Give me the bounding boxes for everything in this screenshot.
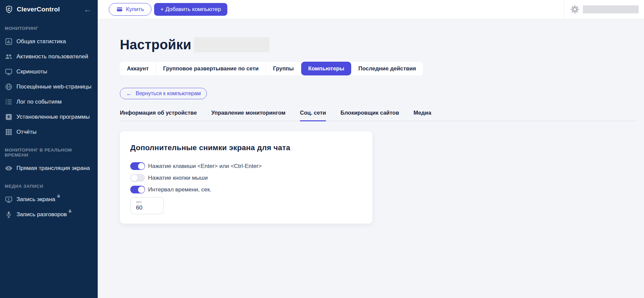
toggle-mouse-click[interactable]	[130, 174, 145, 182]
toggle-label: Нажатие кнопки мыши	[148, 175, 208, 181]
redacted-computer-name	[194, 37, 269, 52]
interval-input-label: sec	[136, 200, 163, 204]
tab-group-deployment[interactable]: Групповое развертывание по сети	[156, 62, 266, 75]
settings-tabbar: Аккаунт Групповое развертывание по сети …	[120, 62, 423, 75]
card-title: Дополнительные снимки экрана для чата	[130, 143, 362, 152]
installed-apps-icon	[5, 113, 13, 121]
lock-icon	[68, 208, 72, 215]
sidebar-item-general-stats[interactable]: Общая статистика	[0, 34, 98, 49]
sidebar-item-label: Скриншоты	[16, 68, 47, 75]
topbar-account-area	[564, 0, 644, 19]
sidebar-item-installed-programs[interactable]: Установленные программы	[0, 109, 98, 124]
sidebar: CleverControl ← МОНИТОРИНГ Общая статист…	[0, 0, 98, 298]
sidebar-item-label: Лог по событиям	[16, 99, 62, 105]
interval-input-value: 60	[136, 204, 163, 211]
subtab-monitoring-management[interactable]: Управление мониторингом	[211, 110, 285, 121]
sidebar-section-media: МЕДИА ЗАПИСИ	[0, 184, 98, 189]
sidebar-item-live-screen[interactable]: Прямая трансляция экрана	[0, 161, 98, 176]
tab-computers[interactable]: Компьютеры	[301, 62, 351, 75]
page-title: Настройки	[120, 37, 191, 53]
toggle-knob	[131, 175, 138, 181]
subtab-device-info[interactable]: Информация об устройстве	[120, 110, 197, 121]
tab-groups[interactable]: Группы	[266, 62, 301, 75]
sidebar-item-visited-pages[interactable]: Посещённые web-страницы	[0, 79, 98, 94]
redacted-account-name[interactable]	[583, 5, 639, 13]
subtab-social-networks[interactable]: Соц. сети	[300, 110, 326, 121]
shield-c-logo-icon	[5, 5, 13, 14]
device-subtabs: Информация об устройстве Управление мони…	[120, 110, 637, 121]
toggle-knob	[138, 163, 145, 170]
screen-record-icon	[5, 195, 13, 203]
sidebar-item-label: Общая статистика	[16, 38, 66, 45]
event-list-icon	[5, 98, 13, 106]
sidebar-item-reports[interactable]: Отчёты	[0, 124, 98, 139]
collapse-sidebar-icon[interactable]: ←	[82, 5, 94, 13]
tab-recent-actions[interactable]: Последние действия	[351, 62, 423, 75]
main-area: Купить + Добавить компьютер Настройки	[98, 0, 644, 298]
tab-account[interactable]: Аккаунт	[120, 62, 156, 75]
top-bar: Купить + Добавить компьютер	[98, 0, 644, 19]
toggle-row-enter-key: Нажатие клавиши <Enter> или <Ctrl-Enter>	[130, 162, 362, 170]
sidebar-item-call-recording[interactable]: Запись разговоров	[0, 207, 98, 222]
back-to-computers-button[interactable]: ← Вернуться к компьютерам	[120, 88, 207, 99]
credit-card-icon	[116, 6, 123, 13]
chat-screenshots-card: Дополнительные снимки экрана для чата На…	[120, 131, 372, 224]
toggle-enter-key[interactable]	[130, 162, 145, 170]
interval-seconds-input[interactable]: sec 60	[130, 197, 164, 214]
monitor-icon	[5, 68, 13, 76]
sidebar-item-label: Активность пользователей	[16, 53, 88, 60]
bar-chart-icon	[5, 38, 13, 46]
buy-button[interactable]: Купить	[109, 3, 151, 16]
grid-icon	[5, 128, 13, 136]
sidebar-item-screenshots[interactable]: Скриншоты	[0, 64, 98, 79]
gear-icon[interactable]	[570, 4, 580, 14]
add-computer-button[interactable]: + Добавить компьютер	[154, 3, 227, 16]
users-icon	[5, 53, 13, 61]
toggle-label: Интервал времени, сек.	[148, 186, 212, 193]
sidebar-item-label: Прямая трансляция экрана	[16, 165, 90, 172]
sidebar-item-label: Запись экрана	[16, 196, 61, 203]
lock-icon	[56, 193, 61, 200]
sidebar-item-label: Установленные программы	[16, 114, 90, 120]
logo-row: CleverControl ←	[0, 3, 98, 15]
buy-button-label: Купить	[126, 6, 144, 13]
toggle-knob	[138, 186, 145, 193]
page-title-row: Настройки	[120, 37, 644, 53]
toggle-label: Нажатие клавиши <Enter> или <Ctrl-Enter>	[148, 163, 262, 170]
toggle-time-interval[interactable]	[130, 186, 145, 193]
sidebar-item-user-activity[interactable]: Активность пользователей	[0, 49, 98, 64]
eye-icon	[5, 164, 13, 172]
microphone-icon	[5, 211, 13, 219]
subtab-site-blocker[interactable]: Блокировщик сайтов	[340, 110, 399, 121]
toggle-row-time-interval: Интервал времени, сек.	[130, 186, 362, 193]
sidebar-item-label: Отчёты	[16, 129, 37, 135]
subtab-media[interactable]: Медиа	[414, 110, 431, 121]
sidebar-item-label: Запись разговоров	[16, 211, 72, 218]
back-button-label: Вернуться к компьютерам	[136, 91, 201, 97]
sidebar-section-monitoring: МОНИТОРИНГ	[0, 26, 98, 31]
sidebar-item-screen-recording[interactable]: Запись экрана	[0, 192, 98, 207]
sidebar-section-realtime: МОНИТОРИНГ В РЕАЛЬНОМ ВРЕМЕНИ	[0, 147, 98, 158]
globe-icon	[5, 83, 13, 91]
back-arrow-icon: ←	[126, 91, 132, 97]
sidebar-item-label: Посещённые web-страницы	[16, 83, 91, 90]
toggle-row-mouse-click: Нажатие кнопки мыши	[130, 174, 362, 182]
app-title: CleverControl	[17, 6, 82, 13]
content: Настройки Аккаунт Групповое развертывани…	[98, 19, 644, 224]
sidebar-item-event-log[interactable]: Лог по событиям	[0, 94, 98, 109]
